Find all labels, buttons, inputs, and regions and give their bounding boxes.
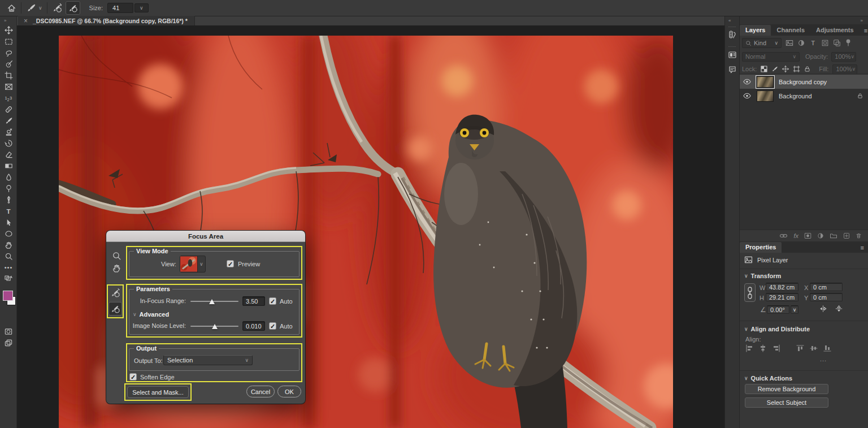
angle-dropdown[interactable]: ∨ xyxy=(791,305,798,314)
kind-filter-select[interactable]: Kind∨ xyxy=(742,38,782,48)
cancel-button[interactable]: Cancel xyxy=(246,386,275,397)
zoom-tool[interactable] xyxy=(0,250,17,262)
delete-layer-icon[interactable] xyxy=(856,232,862,239)
expand-panels-icon[interactable]: « xyxy=(725,16,739,24)
flip-vertical-icon[interactable] xyxy=(835,305,843,313)
layer-thumbnail[interactable] xyxy=(757,90,774,102)
filter-type-icon[interactable]: T xyxy=(809,39,817,47)
filter-pixel-icon[interactable] xyxy=(785,39,793,47)
align-left-icon[interactable] xyxy=(745,344,753,352)
align-section-header[interactable]: ∨Align and Distribute xyxy=(744,326,810,332)
noise-level-input[interactable]: 0.010 xyxy=(242,321,265,331)
clone-stamp-tool[interactable] xyxy=(0,126,17,137)
pen-tool[interactable] xyxy=(0,194,17,205)
align-more-icon[interactable]: ... xyxy=(820,356,827,362)
select-subject-button[interactable]: Select Subject xyxy=(745,397,828,408)
layer-style-fx-icon[interactable]: fx xyxy=(793,232,798,239)
eraser-tool[interactable] xyxy=(0,149,17,160)
focus-area-add-brush-icon[interactable] xyxy=(110,288,120,298)
link-layers-icon[interactable] xyxy=(779,233,788,239)
filter-toggle-icon[interactable] xyxy=(845,38,852,47)
tab-adjustments[interactable]: Adjustments xyxy=(810,25,860,36)
spot-healing-tool[interactable] xyxy=(0,103,17,115)
layer-name[interactable]: Background copy xyxy=(779,79,827,85)
panel-gripper[interactable] xyxy=(728,27,736,28)
foreground-color-swatch[interactable] xyxy=(3,291,13,301)
lock-all-icon[interactable] xyxy=(804,66,810,72)
angle-input[interactable]: 0.00° xyxy=(767,305,789,314)
blend-mode-select[interactable]: Normal∨ xyxy=(742,52,800,62)
lock-pixels-icon[interactable] xyxy=(771,66,778,72)
history-panel-icon[interactable] xyxy=(725,29,740,41)
in-focus-range-slider[interactable] xyxy=(190,301,238,302)
slider-thumb[interactable] xyxy=(212,324,218,329)
quick-selection-tool[interactable] xyxy=(0,58,17,70)
filter-adjustment-icon[interactable] xyxy=(797,39,805,47)
quick-actions-header[interactable]: ∨Quick Actions xyxy=(744,375,792,382)
visibility-eye-icon[interactable] xyxy=(740,93,754,99)
transform-link-button[interactable] xyxy=(744,283,756,302)
align-bottom-icon[interactable] xyxy=(823,344,831,352)
document-tab[interactable]: × _DSC0985.NEF @ 66.7% (Background copy,… xyxy=(18,16,195,25)
x-input[interactable]: 0 cm xyxy=(810,283,843,291)
noise-auto-checkbox[interactable]: ✓ xyxy=(269,322,276,330)
tab-properties[interactable]: Properties xyxy=(740,242,782,253)
align-right-icon[interactable] xyxy=(772,344,780,352)
preview-checkbox[interactable]: ✓ xyxy=(227,260,234,267)
in-focus-auto-checkbox[interactable]: ✓ xyxy=(269,297,276,305)
close-tab-icon[interactable]: × xyxy=(24,17,28,25)
libraries-panel-icon[interactable] xyxy=(725,49,740,60)
collapse-panels-icon[interactable]: » xyxy=(740,16,868,24)
focus-area-subtract-brush-button[interactable] xyxy=(108,302,122,315)
crop-tool[interactable] xyxy=(0,70,17,81)
lock-position-icon[interactable] xyxy=(782,66,789,72)
tool-preset-picker[interactable]: ∨ xyxy=(26,3,42,13)
collapse-toolbar-icon[interactable]: » xyxy=(0,16,16,24)
brush-subtract-mode-icon[interactable] xyxy=(66,1,80,15)
in-focus-range-input[interactable]: 3.50 xyxy=(242,296,265,306)
home-icon[interactable] xyxy=(7,3,16,13)
align-center-h-icon[interactable] xyxy=(759,344,767,352)
layer-row-background[interactable]: Background xyxy=(740,89,868,103)
advanced-disclosure[interactable]: ∨Advanced xyxy=(133,311,169,318)
visibility-eye-icon[interactable] xyxy=(740,79,754,85)
panel-gripper[interactable] xyxy=(728,46,736,48)
screen-mode-icon[interactable] xyxy=(0,337,17,348)
fill-input[interactable]: 100%∨ xyxy=(832,64,857,74)
remove-background-button[interactable]: Remove Background xyxy=(745,384,828,394)
soften-edge-checkbox[interactable]: ✓ xyxy=(129,373,137,381)
add-mask-icon[interactable] xyxy=(804,232,811,239)
count-tool[interactable]: 123 xyxy=(0,92,17,103)
size-input[interactable]: 41 xyxy=(107,3,133,13)
brush-tool[interactable] xyxy=(0,115,17,126)
quick-mask-icon[interactable] xyxy=(0,326,17,337)
layers-panel-menu-icon[interactable]: ≡ xyxy=(860,25,868,36)
size-dropdown[interactable]: ∨ xyxy=(134,3,149,12)
ok-button[interactable]: OK xyxy=(277,386,301,397)
tab-layers[interactable]: Layers xyxy=(740,25,771,36)
dialog-title[interactable]: Focus Area xyxy=(106,231,305,242)
blur-tool[interactable] xyxy=(0,171,17,183)
move-tool[interactable] xyxy=(0,24,17,36)
tab-channels[interactable]: Channels xyxy=(771,25,810,36)
gradient-tool[interactable] xyxy=(0,160,17,171)
slider-thumb[interactable] xyxy=(209,299,215,304)
flip-horizontal-icon[interactable] xyxy=(819,305,827,313)
type-tool[interactable]: T xyxy=(0,205,17,217)
lock-artboard-icon[interactable] xyxy=(793,66,800,72)
brush-add-mode-icon[interactable] xyxy=(52,3,62,13)
hand-tool[interactable] xyxy=(0,239,17,250)
noise-level-slider[interactable] xyxy=(190,326,238,327)
view-thumbnail-dropdown[interactable]: ∨ xyxy=(180,256,206,273)
width-input[interactable]: 43.82 cm xyxy=(766,283,798,291)
new-group-icon[interactable] xyxy=(830,232,837,239)
align-center-v-icon[interactable] xyxy=(810,344,818,352)
select-and-mask-button[interactable]: Select and Mask... xyxy=(127,386,189,398)
history-brush-tool[interactable] xyxy=(0,137,17,149)
y-input[interactable]: 0 cm xyxy=(810,293,843,301)
layer-row-background-copy[interactable]: Background copy xyxy=(740,75,868,89)
edit-toolbar-icon[interactable]: ••• xyxy=(0,262,17,273)
adjustment-layer-icon[interactable] xyxy=(817,232,824,239)
output-to-select[interactable]: Selection∨ xyxy=(163,355,253,365)
transform-section-header[interactable]: ∨Transform xyxy=(744,273,781,279)
